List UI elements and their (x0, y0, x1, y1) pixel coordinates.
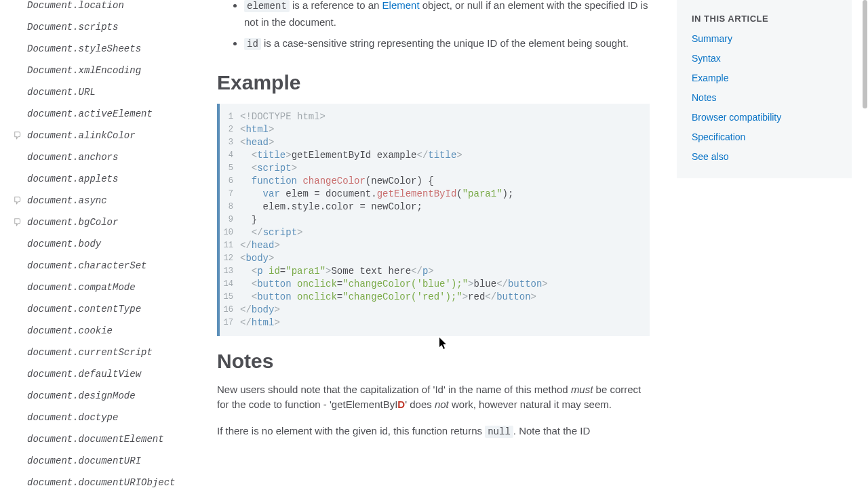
sidebar-item[interactable]: document.cookie (27, 320, 190, 342)
sidebar-item[interactable]: document.designMode (27, 385, 190, 407)
sidebar-item[interactable]: document.contentType (27, 298, 190, 320)
code-line: 6 function changeColor(newColor) { (220, 175, 650, 188)
code-line: 16</body> (220, 304, 650, 317)
text: If there is no element with the given id… (217, 425, 485, 436)
toc-link[interactable]: Notes (692, 92, 837, 103)
line-number: 6 (220, 175, 240, 188)
deprecated-icon (14, 218, 23, 227)
sidebar-item[interactable]: Document.location (27, 0, 190, 16)
line-number: 1 (220, 110, 240, 123)
code-line: 4 <title>getElementById example</title> (220, 149, 650, 162)
line-number: 8 (220, 201, 240, 214)
sidebar-item-label: Document.xmlEncoding (27, 65, 141, 76)
line-number: 11 (220, 239, 240, 252)
sidebar-item[interactable]: document.URL (27, 81, 190, 103)
deprecated-icon (14, 456, 23, 466)
deprecated-icon (14, 326, 23, 336)
code-line: 13 <p id="para1">Some text here</p> (220, 265, 650, 278)
sidebar-item-label: document.documentURIObject (27, 477, 175, 488)
sidebar-item-label: document.characterSet (27, 260, 146, 271)
deprecated-icon (14, 391, 23, 401)
sidebar-item[interactable]: document.anchors (27, 146, 190, 168)
code-line: 2<html> (220, 123, 650, 136)
sidebar-item[interactable]: document.body (27, 233, 190, 255)
sidebar-item[interactable]: document.documentURIObject (27, 472, 190, 488)
toc-link[interactable]: Summary (692, 33, 837, 44)
sidebar-item[interactable]: Document.scripts (27, 16, 190, 38)
text: ' does (405, 399, 435, 410)
code-line: 1<!DOCTYPE html> (220, 110, 650, 123)
code-line: 15 <button onclick="changeColor('red');"… (220, 291, 650, 304)
deprecated-icon (14, 348, 23, 357)
sidebar-item[interactable]: document.characterSet (27, 255, 190, 277)
sidebar-item[interactable]: document.defaultView (27, 363, 190, 385)
sidebar-item[interactable]: document.currentScript (27, 342, 190, 363)
code-content: </script> (240, 226, 650, 239)
deprecated-icon (14, 261, 23, 270)
line-number: 2 (220, 123, 240, 136)
article: element is a reference to an Element obj… (203, 0, 663, 488)
code-content: function changeColor(newColor) { (240, 175, 650, 188)
code-content: <head> (240, 136, 650, 149)
sidebar-item[interactable]: document.async (27, 190, 190, 211)
deprecated-icon (14, 87, 23, 97)
deprecated-icon (14, 66, 23, 75)
code-line: 17</html> (220, 317, 650, 329)
deprecated-icon (14, 22, 23, 32)
sidebar-item[interactable]: document.doctype (27, 407, 190, 428)
code-content: var elem = document.getElementById("para… (240, 188, 650, 201)
code-id: id (244, 38, 261, 50)
code-content: </head> (240, 239, 650, 252)
scrollbar-thumb[interactable] (863, 0, 867, 108)
code-line: 7 var elem = document.getElementById("pa… (220, 188, 650, 201)
sidebar-item[interactable]: document.documentElement (27, 428, 190, 450)
line-number: 15 (220, 291, 240, 304)
sidebar-item[interactable]: Document.styleSheets (27, 38, 190, 60)
toc-link[interactable]: Specification (692, 131, 837, 142)
sidebar-item-label: document.contentType (27, 304, 141, 314)
text: . Note that the ID (513, 425, 590, 436)
text: is a case-sensitive string representing … (261, 37, 629, 49)
sidebar-item-label: document.doctype (27, 412, 118, 423)
toc-link[interactable]: Syntax (692, 53, 837, 64)
heading-notes: Notes (217, 350, 650, 373)
toc-link[interactable]: Browser compatibility (692, 112, 837, 123)
code-content: <title>getElementById example</title> (240, 149, 650, 162)
deprecated-icon (14, 131, 23, 140)
deprecated-icon (14, 174, 23, 184)
code-content: <!DOCTYPE html> (240, 110, 650, 123)
sidebar-item-label: Document.styleSheets (27, 43, 141, 54)
sidebar-item-label: document.cookie (27, 325, 113, 336)
sidebar-item[interactable]: document.activeElement (27, 103, 190, 125)
deprecated-icon (14, 152, 23, 162)
text: is a reference to an (290, 0, 382, 11)
line-number: 5 (220, 162, 240, 175)
deprecated-icon (14, 304, 23, 314)
element-link[interactable]: Element (382, 0, 420, 11)
highlight-d: D (397, 399, 405, 410)
sidebar-item[interactable]: document.alinkColor (27, 125, 190, 146)
sidebar-item[interactable]: document.compatMode (27, 277, 190, 298)
line-number: 7 (220, 188, 240, 201)
toc-heading: IN THIS ARTICLE (692, 14, 837, 24)
line-number: 4 (220, 149, 240, 162)
code-line: 3<head> (220, 136, 650, 149)
sidebar-item-label: document.designMode (27, 390, 136, 401)
def-id: id is a case-sensitive string representi… (244, 35, 650, 52)
notes-paragraph-1: New users should note that the capitaliz… (217, 382, 650, 413)
toc-link[interactable]: See also (692, 151, 837, 162)
sidebar-item[interactable]: document.bgColor (27, 211, 190, 233)
sidebar-item-label: document.defaultView (27, 369, 141, 380)
sidebar-item[interactable]: Document.xmlEncoding (27, 60, 190, 81)
definition-list: element is a reference to an Element obj… (217, 0, 650, 52)
sidebar-item-label: document.async (27, 195, 107, 206)
line-number: 16 (220, 304, 240, 317)
deprecated-icon (14, 434, 23, 444)
line-number: 17 (220, 317, 240, 329)
sidebar-item[interactable]: document.applets (27, 168, 190, 190)
sidebar: Document.locationDocument.scriptsDocumen… (0, 0, 203, 488)
code-line: 14 <button onclick="changeColor('blue');… (220, 278, 650, 291)
sidebar-item[interactable]: document.documentURI (27, 450, 190, 472)
toc-link[interactable]: Example (692, 73, 837, 83)
line-number: 10 (220, 226, 240, 239)
